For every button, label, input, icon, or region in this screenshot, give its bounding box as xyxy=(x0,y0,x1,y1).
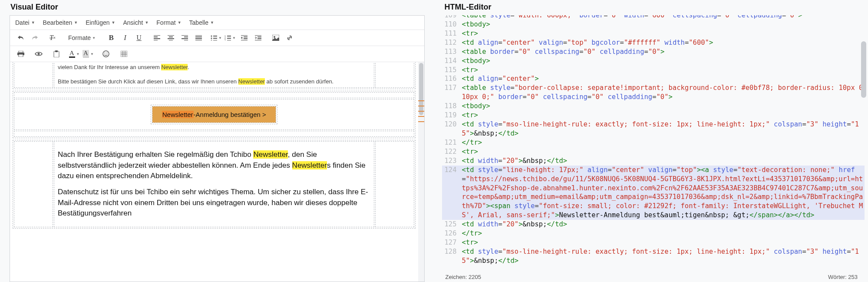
toolbar-row-2: A▼ A▼ xyxy=(10,46,424,62)
svg-text:3: 3 xyxy=(224,39,226,40)
redo-button[interactable] xyxy=(28,32,41,44)
svg-rect-8 xyxy=(19,51,23,53)
code-line[interactable]: 114<tbody> xyxy=(442,56,865,66)
print-button[interactable] xyxy=(14,48,27,60)
table-row[interactable]: Newsletter-Anmeldung bestätigen > xyxy=(13,91,416,138)
align-center-button[interactable] xyxy=(164,32,177,44)
code-line[interactable]: 109<table style="width: 600px;" border="… xyxy=(442,15,865,20)
toolbar-row-1: T× Formate▼ B I U ▼ 123▼ xyxy=(10,30,424,46)
menu-edit[interactable]: Bearbeiten▼ xyxy=(43,19,78,26)
text[interactable]: vielen Dank für Ihr Interesse an unserem xyxy=(58,64,161,70)
align-left-button[interactable] xyxy=(150,32,163,44)
svg-point-0 xyxy=(211,36,212,37)
code-line[interactable]: 124<td style="line-height: 17px;" align=… xyxy=(442,166,865,220)
italic-button[interactable]: I xyxy=(119,32,132,44)
menu-insert[interactable]: Einfügen▼ xyxy=(86,19,115,26)
scrollbar-markers xyxy=(418,100,424,126)
menu-format[interactable]: Format▼ xyxy=(156,19,181,26)
code-line[interactable]: 113<table border="0" cellspacing="0" cel… xyxy=(442,47,865,56)
text[interactable]: Bitte bestätigen Sie durch Klick auf die… xyxy=(58,78,238,85)
menu-file[interactable]: Datei▼ xyxy=(15,19,35,26)
align-right-button[interactable] xyxy=(178,32,191,44)
visual-editor-title: Visual Editor xyxy=(0,0,434,15)
highlighted-word[interactable]: Newsletter xyxy=(161,64,188,70)
underline-button[interactable]: U xyxy=(132,32,145,44)
svg-point-7 xyxy=(274,36,275,38)
editor-canvas[interactable]: vielen Dank für Ihr Interesse an unserem… xyxy=(10,62,424,282)
code-line[interactable]: 120<td style="mso-line-height-rule: exac… xyxy=(442,120,865,138)
menubar: Datei▼ Bearbeiten▼ Einfügen▼ Ansicht▼ Fo… xyxy=(10,16,424,30)
svg-point-15 xyxy=(105,53,106,53)
table-row[interactable]: Nach Ihrer Bestätigung erhalten Sie rege… xyxy=(13,140,416,229)
paragraph[interactable]: Nach Ihrer Bestätigung erhalten Sie rege… xyxy=(58,149,370,182)
link-button[interactable] xyxy=(283,32,296,44)
confirm-newsletter-button[interactable]: Newsletter-Anmeldung bestätigen > xyxy=(152,106,276,123)
svg-rect-17 xyxy=(121,51,127,57)
svg-rect-13 xyxy=(55,50,58,52)
emoji-button[interactable] xyxy=(99,48,112,60)
svg-point-16 xyxy=(107,53,108,53)
code-line[interactable]: 119<tr> xyxy=(442,111,865,120)
clear-format-button[interactable]: T× xyxy=(46,32,59,44)
code-line[interactable]: 126</tr> xyxy=(442,229,865,238)
svg-rect-12 xyxy=(54,51,59,57)
code-line[interactable]: 110<tbody> xyxy=(442,20,865,29)
highlighted-word[interactable]: Newsletter xyxy=(292,161,327,169)
svg-point-14 xyxy=(103,51,109,57)
html-editor-title: HTML-Editor xyxy=(434,0,868,15)
bold-button[interactable]: B xyxy=(105,32,118,44)
code-line[interactable]: 128<td style="mso-line-height-rule: exac… xyxy=(442,247,865,265)
image-button[interactable] xyxy=(269,32,282,44)
outdent-button[interactable] xyxy=(238,32,251,44)
code-editor[interactable]: 109<table style="width: 600px;" border="… xyxy=(442,15,865,272)
scrollbar-thumb[interactable] xyxy=(861,41,866,98)
code-line[interactable]: 127<tr> xyxy=(442,238,865,247)
highlighted-word: Newsletter xyxy=(162,111,194,118)
menu-table[interactable]: Tabelle▼ xyxy=(189,19,214,26)
code-line[interactable]: 118<tbody> xyxy=(442,102,865,111)
bullet-list-button[interactable]: ▼ xyxy=(210,32,223,44)
code-line[interactable]: 117<table style="border-collapse: separa… xyxy=(442,83,865,102)
svg-point-1 xyxy=(211,38,212,39)
align-justify-button[interactable] xyxy=(192,32,205,44)
svg-point-2 xyxy=(211,40,212,41)
code-line[interactable]: 121</tr> xyxy=(442,138,865,147)
paragraph[interactable]: Datenschutz ist für uns bei Tchibo ein s… xyxy=(58,187,370,219)
code-line[interactable]: 123<td width="20">&nbsp;</td> xyxy=(442,156,865,166)
code-line[interactable]: 112<td align="center" valign="top" bgcol… xyxy=(442,38,865,47)
svg-rect-10 xyxy=(19,54,23,57)
formats-dropdown[interactable]: Formate▼ xyxy=(64,32,100,44)
char-count: Zeichen: 2205 xyxy=(442,272,865,282)
preview-button[interactable] xyxy=(32,48,45,60)
code-line[interactable]: 115<tr> xyxy=(442,66,865,75)
code-line[interactable]: 111<tr> xyxy=(442,29,865,38)
paste-button[interactable] xyxy=(50,48,63,60)
numbered-list-button[interactable]: 123▼ xyxy=(224,32,237,44)
code-line[interactable]: 116<td align="center"> xyxy=(442,74,865,83)
indent-button[interactable] xyxy=(251,32,264,44)
undo-button[interactable] xyxy=(14,32,27,44)
code-line[interactable]: 122<tr> xyxy=(442,147,865,156)
table-row[interactable]: vielen Dank für Ihr Interesse an unserem… xyxy=(13,62,416,89)
highlighted-word[interactable]: Newsletter xyxy=(238,78,265,85)
svg-point-11 xyxy=(38,53,40,55)
menu-view[interactable]: Ansicht▼ xyxy=(123,19,149,26)
highlight-color-button[interactable]: A▼ xyxy=(82,48,95,60)
code-line[interactable]: 125<td width="20">&nbsp;</td> xyxy=(442,220,865,229)
table-button[interactable] xyxy=(117,48,130,60)
highlighted-word[interactable]: Newsletter xyxy=(253,150,287,159)
text-color-button[interactable]: A▼ xyxy=(68,48,81,60)
scrollbar[interactable] xyxy=(418,62,424,282)
